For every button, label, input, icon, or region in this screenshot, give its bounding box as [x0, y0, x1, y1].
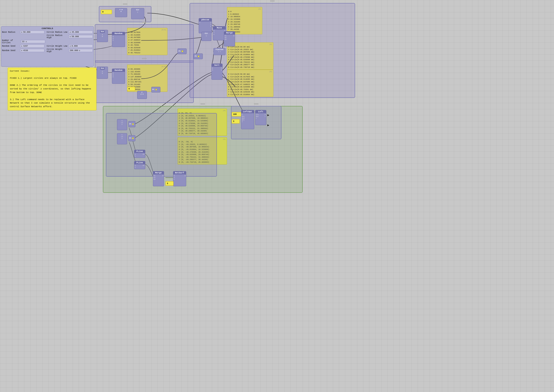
pline1-title: PLine — [134, 150, 145, 153]
circle-radius-low-label: Circle Radius Low — [47, 31, 68, 33]
number-3-bottom[interactable]: 3 — [166, 181, 173, 186]
output-arrow: ▶ — [267, 113, 269, 117]
merge-bottom-node[interactable]: Merge D1D2D3 R — [153, 171, 164, 186]
num-circles-slider[interactable]: 33 ◇ — [21, 40, 45, 43]
output-arrow2: ▶ — [267, 123, 269, 127]
pt-merge-node1[interactable]: Pt — [178, 49, 187, 54]
cir-c-node[interactable]: Cir C — [131, 8, 144, 19]
circle-radius-high-row: Circle Radius High ◇ 50.000 — [2, 34, 93, 39]
base-radius-row: Base Radius ◇ 50.000 Circle Radius Low ◇… — [2, 30, 93, 34]
dom-heights-label: Dom — [100, 67, 104, 70]
circle-height-high-value: 200.000 — [69, 49, 78, 52]
circle-radius-high-value: 50.000 — [72, 35, 79, 38]
circle-radius-high-diamond: ◇ — [69, 35, 71, 38]
random-seed1-row: Random Seed ◇ 4287 Circle Height Low ◇ 0… — [2, 44, 93, 48]
merge-d-title: Merge — [224, 31, 235, 35]
random-radii-node[interactable]: Random RNS — [112, 32, 125, 47]
circle-radius-high-slider[interactable]: ◇ 50.000 — [69, 35, 93, 38]
merge-bottom-title: Merge — [153, 171, 164, 175]
fnv-node[interactable]: F NV — [115, 8, 127, 17]
number-3-loft-value: 3 — [233, 120, 234, 123]
circ-base-value: 0 — [102, 11, 104, 13]
merge-d-node[interactable]: Merge D1D2D3 R — [224, 31, 235, 46]
circle-height-high-slider[interactable]: 200.000 ◇ — [69, 49, 93, 52]
random-seed1-label: Random Seed — [2, 45, 19, 47]
pt-merge-node2[interactable]: Pt — [194, 54, 203, 59]
number-3-loft[interactable]: 3 — [232, 119, 240, 124]
dom-radii-node[interactable]: Dom AB — [97, 30, 108, 42]
circle-radius-low-value: 45.000 — [72, 31, 79, 33]
circle-height-low-slider[interactable]: ◇ 0.000 — [69, 44, 93, 48]
controls-title: CONTROLS — [2, 27, 93, 30]
random-seed2-value: 4536 — [23, 49, 28, 52]
circle-height-high-diamond: ◇ — [79, 49, 80, 52]
group-contour-inner-title — [159, 111, 164, 112]
random-seed1-value: 4287 — [23, 45, 28, 47]
random-seed2-diamond: ◇ — [21, 49, 22, 52]
num-circles-label: Number of Circles — [2, 39, 20, 44]
sort-title: Sort — [212, 64, 222, 67]
group-merge-lists-title — [270, 1, 275, 1]
base-radius-slider[interactable]: ◇ 50.000 — [20, 30, 44, 34]
pt-contour1-out[interactable]: Pt — [128, 121, 135, 127]
fzv-node[interactable]: FZ V — [137, 91, 147, 99]
netsurf-title: NetSurf — [173, 171, 186, 175]
num-circles-row: Number of Circles 33 ◇ — [2, 39, 93, 44]
flatten-node[interactable]: Flatten TT — [214, 48, 226, 55]
loft-node[interactable]: Loft ClsOptL OL — [255, 110, 266, 125]
random-seed1-slider[interactable]: ◇ 4287 — [20, 44, 44, 48]
sort-node[interactable]: Sort KA KA — [211, 63, 222, 80]
note-box: Current Issues: FIXED 1.) Largest circle… — [8, 68, 97, 110]
pt-contour1[interactable]: X☑YZ — [117, 119, 127, 130]
circle-height-low-diamond: ◇ — [69, 45, 71, 47]
move-title: Move — [213, 27, 226, 29]
netsurf-node[interactable]: NetSurf UVC O — [173, 171, 186, 186]
zero-node[interactable]: 0 — [127, 87, 135, 91]
circ-base-number[interactable]: 0 — [101, 10, 112, 14]
loftopt-title: LoftOpt — [241, 110, 254, 113]
circle-radius-low-slider[interactable]: ◇ 45.000 — [69, 30, 93, 34]
pt-contour2-out[interactable]: Pt — [128, 135, 135, 141]
loftopt-node[interactable]: LoftOpt CAdjRbdRftT — [241, 110, 254, 129]
pdecom-title: pDecom — [199, 18, 212, 21]
pline1-node[interactable]: PLine VC Pt — [134, 150, 145, 158]
number-3-bottom-value: 3 — [167, 182, 168, 185]
random-seed1-diamond: ◇ — [21, 45, 22, 47]
group-contour-outer-title — [201, 104, 205, 104]
random-heights-title: Random — [112, 69, 125, 72]
circle-height-low-label: Circle Height Low — [47, 45, 68, 47]
dom-radii-label: Dom — [100, 30, 104, 33]
pt-contour2[interactable]: C☑YZ — [117, 133, 127, 144]
random-seed2-slider[interactable]: ◇ 4536 — [20, 49, 44, 52]
controls-panel: CONTROLS Base Radius ◇ 50.000 Circle Rad… — [1, 26, 94, 67]
base-radius-value: 50.000 — [23, 31, 30, 33]
note-text: Current Issues: FIXED 1.) Largest circle… — [10, 70, 94, 109]
group-circular-base-title — [123, 4, 127, 4]
group-generate-heights-title — [142, 58, 146, 59]
circle-height-high-label: Circle Height High — [47, 48, 68, 53]
number-100[interactable]: 100 — [232, 112, 242, 117]
circle-radius-low-diamond: ◇ — [69, 31, 71, 33]
pdecom-node[interactable]: pDecom P XYZ — [199, 18, 212, 33]
num-circles-value: 33 ◇ — [22, 40, 27, 43]
pline2-title: PLine — [134, 161, 145, 164]
cir-merge-node[interactable]: Cir C — [201, 32, 211, 41]
pline2-node[interactable]: PLine VC Pt — [134, 161, 145, 169]
random-seed2-label: Random Seed — [2, 49, 19, 52]
base-radius-label: Base Radius — [2, 31, 19, 33]
base-radius-diamond: ◇ — [21, 31, 22, 33]
random-heights-node[interactable]: Random RNS — [112, 69, 125, 84]
circle-height-low-value: 0.000 — [72, 45, 78, 47]
group-generate-radii-title — [142, 22, 146, 23]
group-loft-title — [254, 104, 258, 104]
group-generate-radii — [95, 24, 194, 63]
loft-title: Loft — [256, 110, 266, 113]
pt-heights-node1[interactable]: Pt — [151, 87, 160, 92]
circle-radius-high-label: Circle Radius High — [47, 34, 68, 39]
zero-value: 0 — [129, 88, 130, 90]
number-100-value: 100 — [233, 113, 237, 115]
random-radii-title: Random — [112, 32, 125, 35]
random-seed2-row: Random Seed ◇ 4536 Circle Height High 20… — [2, 48, 93, 53]
dom-heights-node[interactable]: Dom AB — [97, 67, 108, 79]
